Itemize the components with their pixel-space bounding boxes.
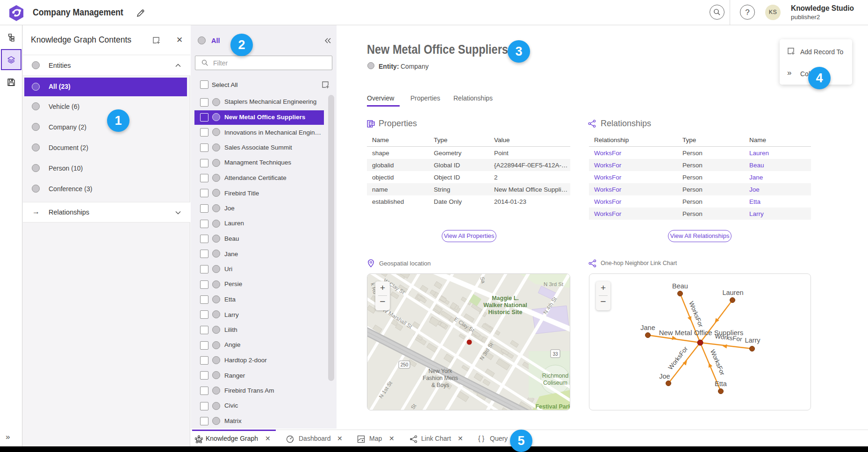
svg-text:Fashion Mens: Fashion Mens: [423, 375, 458, 381]
svg-text:Joe: Joe: [659, 373, 670, 380]
svg-text:New York: New York: [429, 368, 453, 374]
svg-text:Larry: Larry: [745, 337, 760, 344]
svg-text:Festival Park: Festival Park: [535, 403, 570, 410]
svg-text:WorksFor: WorksFor: [667, 345, 689, 371]
svg-text:WorksFor: WorksFor: [688, 300, 704, 328]
svg-text:Lauren: Lauren: [722, 289, 743, 296]
svg-text:Richmond: Richmond: [542, 373, 568, 379]
svg-text:Beau: Beau: [672, 282, 688, 290]
svg-text:Historic Site: Historic Site: [488, 309, 523, 316]
svg-text:Etta: Etta: [715, 380, 727, 387]
svg-text:33: 33: [552, 352, 558, 357]
svg-text:WorksFor: WorksFor: [709, 348, 726, 376]
svg-text:& Boys: & Boys: [431, 382, 449, 388]
svg-text:Maggie L.: Maggie L.: [492, 295, 519, 301]
svg-text:N 3rd St: N 3rd St: [544, 281, 564, 287]
svg-text:Walker National: Walker National: [483, 302, 527, 309]
svg-text:250: 250: [401, 362, 409, 367]
svg-text:Coliseum: Coliseum: [543, 380, 567, 386]
svg-text:Jane: Jane: [640, 324, 655, 331]
svg-text:New Metal Office Suppliers: New Metal Office Suppliers: [659, 329, 744, 337]
